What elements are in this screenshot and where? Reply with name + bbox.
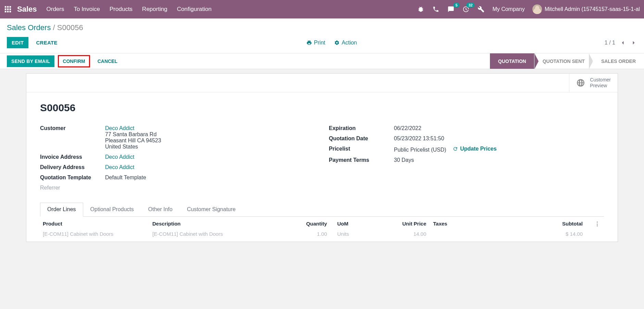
control-bar: Sales Orders / S00056 EDIT CREATE Print …	[0, 18, 644, 53]
template-label: Quotation Template	[40, 175, 105, 181]
status-sales-order[interactable]: SALES ORDER	[593, 53, 644, 69]
statusbar: QUOTATION QUOTATION SENT SALES ORDER	[490, 53, 644, 69]
user-name: Mitchell Admin (15745157-saas-15-1-al	[545, 6, 640, 12]
nav-orders[interactable]: Orders	[47, 6, 64, 13]
cell-desc: [E-COM11] Cabinet with Doors	[152, 231, 282, 237]
svg-rect-3	[5, 9, 7, 10]
debug-icon[interactable]	[417, 5, 425, 13]
edit-button[interactable]: EDIT	[7, 37, 28, 48]
addr-line3: United States	[105, 144, 138, 150]
phone-icon[interactable]	[432, 5, 440, 13]
top-nav: Sales Orders To Invoice Products Reporti…	[0, 0, 644, 18]
messages-icon[interactable]: 5	[447, 5, 455, 13]
refresh-icon	[453, 146, 458, 152]
activity-badge: 32	[466, 3, 475, 8]
messages-badge: 5	[453, 3, 459, 8]
pager-text: 1 / 1	[605, 40, 615, 46]
globe-icon	[576, 78, 585, 87]
nav-right: 5 32 My Company Mitchell Admin (15745157…	[417, 4, 640, 14]
cancel-button[interactable]: CANCEL	[93, 56, 122, 67]
nav-menu: Orders To Invoice Products Reporting Con…	[47, 6, 417, 13]
breadcrumb: Sales Orders / S00056	[7, 23, 83, 32]
terms-value: 30 Days	[394, 157, 604, 163]
customer-preview-button[interactable]: Customer Preview	[569, 74, 618, 92]
tab-optional-products[interactable]: Optional Products	[83, 203, 141, 216]
nav-reporting[interactable]: Reporting	[142, 6, 167, 13]
nav-products[interactable]: Products	[110, 6, 132, 13]
company-selector[interactable]: My Company	[492, 6, 525, 12]
print-label: Print	[314, 40, 325, 46]
brand[interactable]: Sales	[17, 5, 37, 14]
print-icon	[306, 40, 312, 46]
breadcrumb-root[interactable]: Sales Orders	[7, 23, 51, 32]
th-quantity: Quantity	[282, 221, 337, 227]
print-button[interactable]: Print	[306, 40, 325, 46]
confirm-button[interactable]: CONFIRM	[59, 56, 89, 67]
pager-next[interactable]	[630, 39, 637, 46]
th-product: Product	[43, 221, 152, 227]
cell-price: 14.00	[382, 231, 426, 237]
qdate-value: 05/23/2022 13:51:50	[394, 136, 604, 142]
status-quotation[interactable]: QUOTATION	[490, 53, 534, 69]
kebab-icon[interactable]: ⋮	[593, 221, 601, 227]
update-prices-button[interactable]: Update Prices	[453, 146, 497, 152]
apps-icon[interactable]	[4, 5, 12, 13]
create-button[interactable]: CREATE	[35, 38, 59, 48]
tools-icon[interactable]	[477, 5, 485, 13]
table-row[interactable]: [E-COM11] Cabinet with Doors [E-COM11] C…	[40, 229, 604, 239]
svg-rect-7	[7, 11, 9, 13]
cell-subtotal: $ 14.00	[478, 231, 593, 237]
pricelist-label: Pricelist	[329, 146, 394, 152]
svg-rect-0	[5, 6, 7, 8]
invoice-label: Invoice Address	[40, 154, 105, 160]
expiration-label: Expiration	[329, 125, 394, 131]
pager: 1 / 1	[605, 39, 637, 46]
avatar	[532, 4, 542, 14]
status-quotation-sent[interactable]: QUOTATION SENT	[534, 53, 593, 69]
th-unit-price: Unit Price	[382, 221, 426, 227]
status-row: SEND BY EMAIL CONFIRM CANCEL QUOTATION Q…	[0, 53, 644, 69]
svg-rect-8	[10, 11, 11, 13]
th-uom: UoM	[337, 221, 382, 227]
th-description: Description	[152, 221, 282, 227]
tab-customer-signature[interactable]: Customer Signature	[180, 203, 243, 216]
th-taxes: Taxes	[426, 221, 478, 227]
addr-line1: 77 Santa Barbara Rd	[105, 131, 156, 137]
referrer-label: Referrer	[40, 185, 105, 191]
action-label: Action	[342, 40, 357, 46]
th-subtotal: Subtotal	[478, 221, 593, 227]
expiration-value: 06/22/2022	[394, 125, 604, 131]
customer-link[interactable]: Deco Addict	[105, 125, 134, 131]
tab-other-info[interactable]: Other Info	[141, 203, 180, 216]
qdate-label: Quotation Date	[329, 136, 394, 142]
stat-line1: Customer	[590, 77, 611, 83]
table-header: Product Description Quantity UoM Unit Pr…	[40, 217, 604, 229]
svg-rect-1	[7, 6, 9, 8]
pricelist-value: Public Pricelist (USD)	[394, 147, 446, 153]
gear-icon	[334, 40, 340, 46]
tab-order-lines[interactable]: Order Lines	[40, 203, 83, 217]
nav-to-invoice[interactable]: To Invoice	[74, 6, 100, 13]
breadcrumb-current: S00056	[57, 23, 83, 32]
cell-product: [E-COM11] Cabinet with Doors	[43, 231, 152, 237]
addr-line2: Pleasant Hill CA 94523	[105, 138, 161, 143]
record-title: S00056	[40, 102, 604, 114]
delivery-label: Delivery Address	[40, 164, 105, 170]
action-button[interactable]: Action	[334, 40, 357, 46]
customer-label: Customer	[40, 125, 105, 131]
template-value: Default Template	[105, 175, 315, 181]
user-menu[interactable]: Mitchell Admin (15745157-saas-15-1-al	[532, 4, 640, 14]
svg-rect-4	[7, 9, 9, 10]
send-by-email-button[interactable]: SEND BY EMAIL	[7, 55, 54, 67]
invoice-link[interactable]: Deco Addict	[105, 154, 134, 160]
terms-label: Payment Terms	[329, 157, 394, 163]
nav-configuration[interactable]: Configuration	[177, 6, 212, 13]
svg-rect-6	[5, 11, 7, 13]
pager-prev[interactable]	[619, 39, 626, 46]
activity-icon[interactable]: 32	[462, 5, 470, 13]
svg-rect-5	[10, 9, 11, 10]
cell-qty: 1.00	[282, 231, 337, 237]
svg-rect-2	[10, 6, 11, 8]
delivery-link[interactable]: Deco Addict	[105, 164, 134, 170]
stat-line2: Preview	[590, 83, 611, 89]
